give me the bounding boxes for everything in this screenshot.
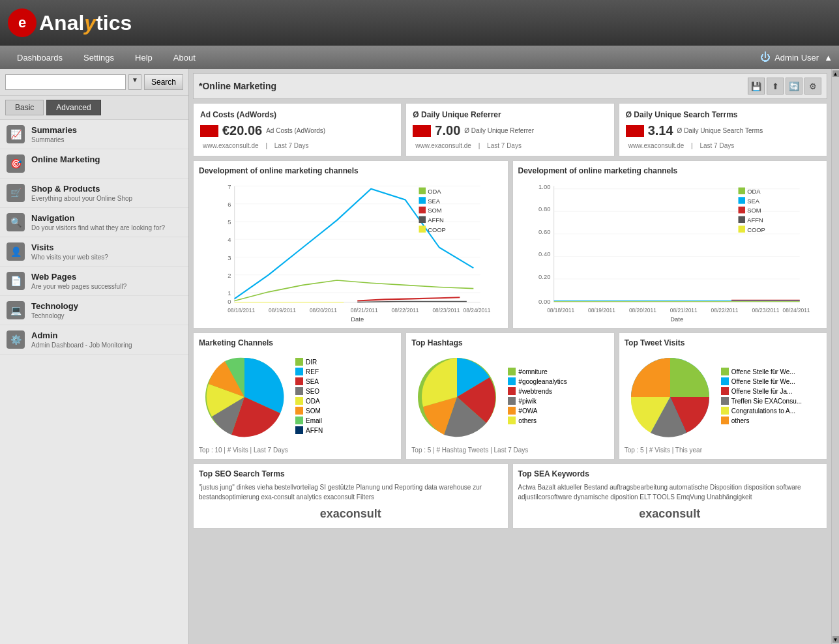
svg-text:7: 7 bbox=[228, 183, 231, 190]
sidebar-item-admin[interactable]: ⚙️ Admin Admin Dashboard - Job Monitorin… bbox=[0, 325, 188, 355]
pie-marketing-channels: Marketing Channels DIR REF bbox=[193, 332, 402, 460]
seo-content: "justus jung" dinkes vieha bestellvortei… bbox=[199, 482, 503, 502]
pie-hashtags-area: #omniture #googleanalytics #webtrends #p… bbox=[411, 351, 608, 443]
svg-text:SEA: SEA bbox=[428, 198, 441, 205]
svg-text:0.20: 0.20 bbox=[538, 273, 550, 280]
nav-settings[interactable]: Settings bbox=[73, 48, 125, 68]
svg-text:0.80: 0.80 bbox=[538, 205, 550, 212]
content-header: *Online Marketing 💾 ⬆ 🔄 ⚙ bbox=[193, 73, 827, 99]
settings-icon[interactable]: ⚙ bbox=[804, 78, 821, 95]
sidebar-item-summaries[interactable]: 📈 Summaries Summaries bbox=[0, 120, 188, 149]
svg-text:SEA: SEA bbox=[747, 198, 760, 205]
svg-text:1: 1 bbox=[228, 289, 231, 297]
search-area: ▼ Search bbox=[0, 69, 188, 96]
svg-text:08/20/2011: 08/20/2011 bbox=[628, 307, 656, 314]
pie-tweet-visits: Top Tweet Visits Offene Stelle für We...… bbox=[619, 332, 827, 460]
svg-text:08/19/2011: 08/19/2011 bbox=[269, 307, 296, 314]
save-icon[interactable]: 💾 bbox=[748, 78, 765, 95]
nav-help[interactable]: Help bbox=[125, 48, 163, 68]
pie-marketing-legend: DIR REF SEA SEO ODA SOM Email AFFN bbox=[295, 358, 323, 436]
svg-text:3: 3 bbox=[228, 254, 231, 261]
visits-sub: Who visits your web sites? bbox=[31, 254, 108, 261]
nav-about[interactable]: About bbox=[163, 48, 206, 68]
online-marketing-label: Online Marketing bbox=[31, 154, 100, 164]
scroll-up[interactable]: ▲ bbox=[832, 70, 839, 77]
svg-rect-62 bbox=[738, 216, 744, 223]
visits-label: Visits bbox=[31, 242, 108, 252]
pie-hashtags-legend: #omniture #googleanalytics #webtrends #p… bbox=[508, 368, 567, 426]
webpages-label: Web Pages bbox=[31, 272, 126, 282]
svg-rect-27 bbox=[419, 197, 426, 203]
summaries-icon: 📈 bbox=[7, 125, 25, 143]
charts-row: Development of online marketing channels… bbox=[193, 160, 827, 329]
sidebar-item-technology[interactable]: 💻 Technology Technology bbox=[0, 296, 188, 325]
pie-tweet-footer: Top : 5 | # Visits | This year bbox=[625, 446, 821, 454]
svg-text:0.40: 0.40 bbox=[538, 250, 550, 257]
share-icon[interactable]: ⬆ bbox=[767, 78, 784, 95]
sea-content: Actwa Bazalt aktueller Bestand auftragsb… bbox=[518, 482, 822, 502]
metric-search-terms-label: Ø Daily Unique Search Terms bbox=[677, 127, 763, 134]
svg-rect-33 bbox=[419, 226, 426, 232]
metric-referrer-value: 7.00 bbox=[435, 123, 460, 138]
svg-text:08/24/2011: 08/24/2011 bbox=[782, 307, 810, 314]
tab-basic[interactable]: Basic bbox=[5, 100, 44, 115]
sidebar-item-shop-products[interactable]: 🛒 Shop & Products Everything about your … bbox=[0, 179, 188, 208]
svg-text:SOM: SOM bbox=[747, 207, 761, 214]
svg-text:2: 2 bbox=[228, 272, 231, 279]
svg-text:08/19/2011: 08/19/2011 bbox=[588, 307, 615, 314]
svg-text:0: 0 bbox=[228, 298, 231, 305]
metric-search-terms-title: Ø Daily Unique Search Terrms bbox=[626, 110, 820, 119]
svg-text:Date: Date bbox=[351, 315, 364, 323]
summaries-label: Summaries bbox=[31, 125, 77, 135]
header: e Analytics bbox=[0, 0, 839, 46]
nav-dashboards[interactable]: Dashboards bbox=[7, 48, 73, 68]
svg-text:Date: Date bbox=[670, 315, 683, 323]
pie-chart-tweets bbox=[625, 351, 716, 443]
svg-text:08/23/2011: 08/23/2011 bbox=[752, 307, 779, 314]
admin-label: Admin User bbox=[774, 53, 819, 63]
sidebar-item-webpages[interactable]: 📄 Web Pages Are your web pages successfu… bbox=[0, 267, 188, 296]
pie-marketing-footer: Top : 10 | # Visits | Last 7 Days bbox=[199, 446, 396, 454]
metric-referrer-footer: www.exaconsult.de | Last 7 Days bbox=[413, 142, 607, 149]
shop-products-icon: 🛒 bbox=[7, 184, 25, 202]
metric-ad-costs-value: €20.06 bbox=[222, 123, 262, 138]
sidebar-item-navigation[interactable]: 🔍 Navigation Do your visitors find what … bbox=[0, 208, 188, 237]
seo-card: Top SEO Search Terms "justus jung" dinke… bbox=[193, 463, 508, 529]
pie-chart-marketing bbox=[199, 351, 290, 443]
sidebar-item-visits[interactable]: 👤 Visits Who visits your web sites? bbox=[0, 237, 188, 267]
technology-label: Technology bbox=[31, 301, 78, 311]
svg-text:08/21/2011: 08/21/2011 bbox=[670, 307, 697, 314]
scrollbar: ▲ ▼ bbox=[831, 69, 839, 644]
technology-sub: Technology bbox=[31, 312, 78, 319]
search-input[interactable] bbox=[5, 74, 126, 90]
tab-advanced[interactable]: Advanced bbox=[46, 100, 100, 115]
svg-text:AFFN: AFFN bbox=[428, 216, 444, 224]
metric-referrer-label: Ø Daily Unique Referrer bbox=[464, 127, 534, 134]
svg-text:08/24/2011: 08/24/2011 bbox=[464, 307, 491, 314]
chart-left: Development of online marketing channels… bbox=[193, 160, 508, 329]
pie-tweet-area: Offene Stelle für We... Offene Stelle fü… bbox=[625, 351, 821, 443]
tab-area: Basic Advanced bbox=[0, 96, 188, 120]
metric-flag-1 bbox=[413, 125, 431, 137]
search-button[interactable]: Search bbox=[144, 74, 183, 90]
sidebar-item-online-marketing[interactable]: 🎯 Online Marketing bbox=[0, 149, 188, 179]
chart-right-title: Development of online marketing channels bbox=[518, 166, 822, 175]
svg-text:5: 5 bbox=[228, 218, 231, 226]
logo-text: Analytics bbox=[39, 11, 132, 35]
power-icon: ⏻ bbox=[760, 51, 771, 63]
chevron-up-icon: ▲ bbox=[824, 53, 832, 63]
online-marketing-icon: 🎯 bbox=[7, 154, 25, 173]
svg-rect-31 bbox=[419, 216, 426, 223]
refresh-icon[interactable]: 🔄 bbox=[786, 78, 802, 95]
pie-hashtags-title: Top Hashtags bbox=[411, 338, 608, 347]
chart-right-area: 1.00 0.80 0.60 0.40 0.20 0.00 bbox=[518, 179, 822, 323]
summaries-sub: Summaries bbox=[31, 136, 77, 143]
pie-chart-hashtags bbox=[411, 351, 503, 443]
page-title: *Online Marketing bbox=[199, 81, 746, 91]
svg-text:1.00: 1.00 bbox=[538, 183, 550, 190]
visits-icon: 👤 bbox=[7, 242, 25, 261]
metric-search-terms-footer: www.exaconsult.de | Last 7 Days bbox=[626, 142, 820, 149]
navigation-icon: 🔍 bbox=[7, 213, 25, 231]
scroll-down[interactable]: ▼ bbox=[832, 636, 839, 643]
svg-text:SOM: SOM bbox=[428, 207, 442, 214]
